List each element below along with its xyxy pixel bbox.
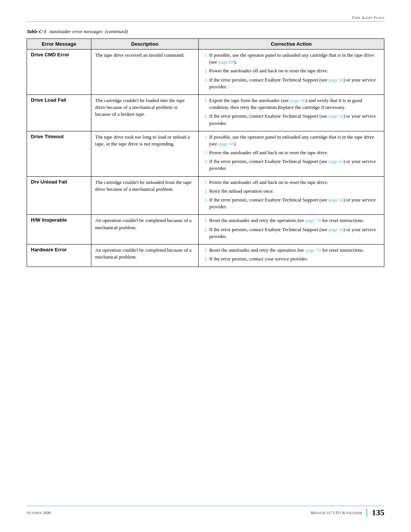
action-list: If possible, use the operator panel to u… (202, 52, 380, 90)
error-name: Drive Timeout (31, 134, 64, 139)
footer-page-number: 135 (366, 508, 384, 517)
action-list: Export the tape from the autoloader (see… (202, 97, 380, 127)
description-text: The tape drive took too long to load or … (95, 134, 190, 147)
footer-content: October 2006 Magnum 1x7 LTO Autoloader 1… (27, 508, 384, 517)
table-row: Drive CMD ErrorThe tape drive received a… (27, 50, 384, 95)
footer-right: Magnum 1x7 LTO Autoloader 135 (311, 508, 384, 517)
table-row: H/W InoperableAn operation couldn't be c… (27, 215, 384, 244)
action-list: If possible, use the operator panel to u… (202, 134, 380, 172)
list-item: If possible, use the operator panel to u… (209, 52, 380, 66)
action-cell: Export the tape from the autoloader (see… (198, 94, 384, 131)
error-cell: Drive Timeout (27, 131, 91, 176)
list-item: Power the autoloader off and back on to … (209, 67, 380, 74)
table-row: Drive TimeoutThe tape drive took too lon… (27, 131, 384, 176)
list-item: Power the autoloader off and back on to … (209, 179, 380, 186)
description-cell: The cartridge couldn't be unloaded from … (91, 176, 199, 215)
action-cell: Reset the autoloader and retry the opera… (198, 244, 384, 267)
table-title: Table C-1 Table C-1 Autoloader error mes… (27, 29, 384, 35)
description-text: The tape drive received an invalid comma… (95, 52, 185, 58)
error-name: Hardware Error (31, 247, 67, 252)
footer-date: October 2006 (27, 510, 51, 515)
error-name: Drive Load Fail (31, 97, 66, 103)
error-cell: Drive Load Fail (27, 94, 91, 131)
header: Tape Alert Flags (27, 15, 384, 22)
page: Tape Alert Flags Table C-1 Table C-1 Aut… (0, 0, 411, 532)
error-cell: H/W Inoperable (27, 215, 91, 244)
list-item: Export the tape from the autoloader (see… (209, 97, 380, 111)
description-cell: An operation couldn't be completed becau… (91, 244, 199, 267)
description-text: The cartridge couldn't be loaded into th… (95, 97, 185, 117)
table-row: Drive Load FailThe cartridge couldn't be… (27, 94, 384, 131)
error-name: Drv Unload Fail (31, 179, 67, 185)
list-item: Reset the autoloader and retry the opera… (209, 217, 380, 224)
description-cell: The tape drive took too long to load or … (91, 131, 199, 176)
list-item: If the error persists, contact Exabyte T… (209, 158, 380, 172)
table-row: Drv Unload FailThe cartridge couldn't be… (27, 176, 384, 215)
list-item: If the error persists, contact Exabyte T… (209, 226, 380, 240)
footer-product: Magnum 1x7 LTO Autoloader (311, 510, 362, 515)
error-name: Drive CMD Error (31, 52, 69, 58)
action-cell: If possible, use the operator panel to u… (198, 50, 384, 95)
list-item: Retry the unload operation once. (209, 188, 380, 195)
list-item: If the error persists, contact Exabyte T… (209, 77, 380, 90)
description-text: An operation couldn't be completed becau… (95, 217, 191, 230)
header-text: Tape Alert Flags (352, 15, 384, 20)
description-text: The cartridge couldn't be unloaded from … (95, 179, 191, 192)
action-cell: If possible, use the operator panel to u… (198, 131, 384, 176)
description-cell: The cartridge couldn't be loaded into th… (91, 94, 199, 131)
action-list: Power the autoloader off and back on to … (202, 179, 380, 211)
action-cell: Power the autoloader off and back on to … (198, 176, 384, 215)
description-text: An operation couldn't be completed becau… (95, 247, 191, 260)
list-item: If possible, use the operator panel to u… (209, 134, 380, 147)
list-item: If the error persists, contact your serv… (209, 256, 380, 262)
error-cell: Hardware Error (27, 244, 91, 267)
error-cell: Drive CMD Error (27, 50, 91, 95)
action-list: Reset the autoloader and retry the opera… (202, 217, 380, 240)
list-item: If the error persists, contact Exabyte T… (209, 197, 380, 210)
footer: October 2006 Magnum 1x7 LTO Autoloader 1… (0, 506, 411, 517)
footer-divider (27, 506, 384, 506)
action-cell: Reset the autoloader and retry the opera… (198, 215, 384, 244)
list-item: If the error persists, contact Exabyte T… (209, 113, 380, 126)
col-header-error: Error Message (27, 39, 91, 50)
error-table: Error Message Description Corrective Act… (27, 38, 384, 267)
description-cell: An operation couldn't be completed becau… (91, 215, 199, 244)
error-cell: Drv Unload Fail (27, 176, 91, 215)
col-header-action: Corrective Action (198, 39, 384, 50)
table-row: Hardware ErrorAn operation couldn't be c… (27, 244, 384, 267)
list-item: Reset the autoloader and retry the opera… (209, 247, 380, 254)
action-list: Reset the autoloader and retry the opera… (202, 247, 380, 262)
error-name: H/W Inoperable (31, 217, 67, 223)
col-header-description: Description (91, 39, 199, 50)
list-item: Power the autoloader off and back on to … (209, 149, 380, 156)
description-cell: The tape drive received an invalid comma… (91, 50, 199, 95)
